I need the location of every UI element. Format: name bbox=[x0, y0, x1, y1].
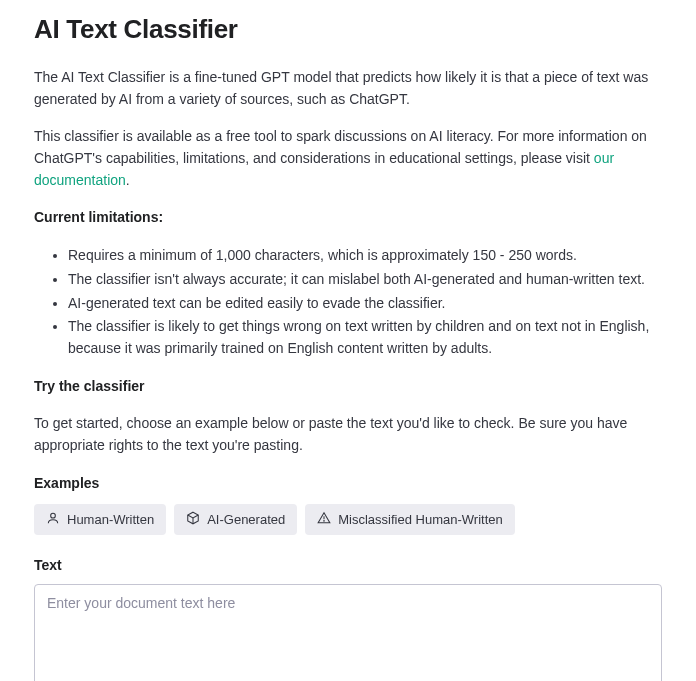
cube-icon bbox=[186, 511, 200, 528]
try-heading: Try the classifier bbox=[34, 376, 662, 398]
examples-label: Examples bbox=[34, 473, 662, 494]
chip-human-written[interactable]: Human-Written bbox=[34, 504, 166, 535]
limitation-item: The classifier isn't always accurate; it… bbox=[68, 269, 662, 291]
svg-point-2 bbox=[324, 520, 325, 521]
chip-label: Misclassified Human-Written bbox=[338, 512, 502, 527]
try-description: To get started, choose an example below … bbox=[34, 413, 662, 456]
chip-misclassified[interactable]: Misclassified Human-Written bbox=[305, 504, 514, 535]
svg-point-0 bbox=[51, 513, 56, 518]
availability-text-post: . bbox=[126, 172, 130, 188]
chip-label: Human-Written bbox=[67, 512, 154, 527]
person-icon bbox=[46, 511, 60, 528]
page-title: AI Text Classifier bbox=[34, 10, 662, 49]
warning-icon bbox=[317, 511, 331, 528]
text-label: Text bbox=[34, 555, 662, 576]
limitation-item: AI-generated text can be edited easily t… bbox=[68, 293, 662, 315]
chip-ai-generated[interactable]: AI-Generated bbox=[174, 504, 297, 535]
example-chips: Human-Written AI-Generated Misclassified… bbox=[34, 504, 662, 535]
chip-label: AI-Generated bbox=[207, 512, 285, 527]
limitations-list: Requires a minimum of 1,000 characters, … bbox=[34, 245, 662, 359]
availability-text-pre: This classifier is available as a free t… bbox=[34, 128, 647, 166]
limitation-item: The classifier is likely to get things w… bbox=[68, 316, 662, 359]
availability-paragraph: This classifier is available as a free t… bbox=[34, 126, 662, 191]
limitation-item: Requires a minimum of 1,000 characters, … bbox=[68, 245, 662, 267]
intro-paragraph: The AI Text Classifier is a fine-tuned G… bbox=[34, 67, 662, 110]
text-input[interactable] bbox=[34, 584, 662, 681]
limitations-heading: Current limitations: bbox=[34, 207, 662, 229]
